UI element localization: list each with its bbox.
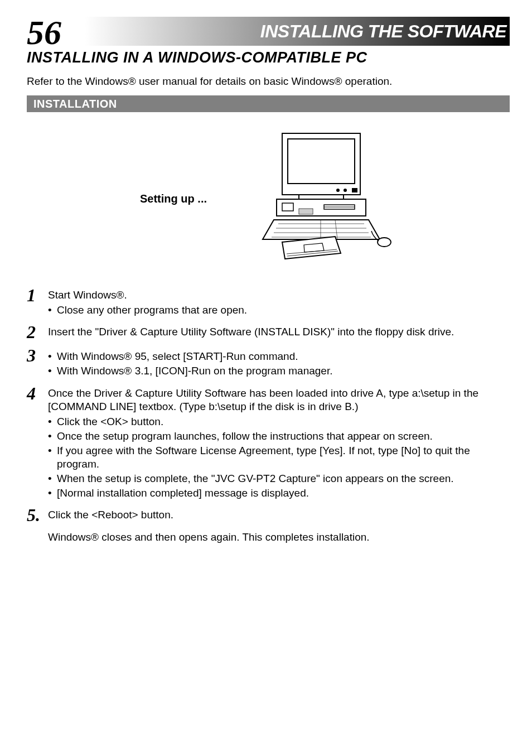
svg-rect-1 bbox=[288, 139, 355, 184]
svg-point-3 bbox=[336, 189, 340, 192]
step-bullet: With Windows® 95, select [START]-Run com… bbox=[48, 350, 332, 364]
step-2: 2 Insert the "Driver & Capture Utility S… bbox=[27, 323, 510, 341]
figure-caption: Setting up ... bbox=[140, 192, 207, 205]
step-number: 4 bbox=[27, 384, 48, 402]
computer-illustration bbox=[252, 128, 396, 269]
step-number: 5. bbox=[27, 506, 48, 524]
intro-text: Refer to the Windows® user manual for de… bbox=[27, 75, 510, 88]
figure-row: Setting up ... bbox=[27, 128, 510, 269]
svg-rect-7 bbox=[282, 203, 293, 211]
step-4: 4 Once the Driver & Capture Utility Soft… bbox=[27, 384, 510, 501]
step-bullet: Once the setup program launches, follow … bbox=[48, 430, 510, 444]
step-number: 1 bbox=[27, 286, 48, 304]
step-number: 2 bbox=[27, 323, 48, 341]
subsection-heading: INSTALLATION bbox=[27, 95, 510, 112]
chapter-title: INSTALLING THE SOFTWARE bbox=[260, 21, 510, 42]
step-1: 1 Start Windows®. Close any other progra… bbox=[27, 286, 510, 317]
step-bullet: If you agree with the Software License A… bbox=[48, 444, 510, 471]
step-bullet: Close any other programs that are open. bbox=[48, 304, 247, 317]
step-bullet: With Windows® 3.1, [ICON]-Run on the pro… bbox=[48, 364, 332, 378]
step-number: 3 bbox=[27, 346, 48, 364]
page-header: 56 INSTALLING THE SOFTWARE bbox=[27, 17, 510, 46]
manual-page: 56 INSTALLING THE SOFTWARE INSTALLING IN… bbox=[0, 0, 532, 567]
step-bullet: When the setup is complete, the "JVC GV-… bbox=[48, 472, 510, 486]
step-bullet: Click the <OK> button. bbox=[48, 415, 510, 429]
svg-rect-2 bbox=[299, 195, 344, 199]
page-number: 56 bbox=[27, 15, 61, 50]
closing-text: Windows® closes and then opens again. Th… bbox=[48, 531, 510, 545]
step-lead: Once the Driver & Capture Utility Softwa… bbox=[48, 387, 510, 414]
svg-point-26 bbox=[378, 238, 391, 247]
step-lead: Click the <Reboot> button. bbox=[48, 508, 173, 522]
section-title: INSTALLING IN A WINDOWS-COMPATIBLE PC bbox=[27, 49, 510, 66]
svg-rect-5 bbox=[352, 188, 357, 192]
step-lead: Start Windows®. bbox=[48, 288, 247, 302]
step-bullet: [Normal installation completed] message … bbox=[48, 487, 510, 500]
svg-marker-15 bbox=[263, 220, 380, 239]
computer-icon bbox=[252, 128, 396, 267]
step-3: 3 With Windows® 95, select [START]-Run c… bbox=[27, 346, 510, 378]
step-lead: Insert the "Driver & Capture Utility Sof… bbox=[48, 325, 454, 339]
step-5: 5. Click the <Reboot> button. bbox=[27, 506, 510, 524]
steps-list: 1 Start Windows®. Close any other progra… bbox=[27, 286, 510, 524]
svg-point-4 bbox=[344, 189, 347, 192]
